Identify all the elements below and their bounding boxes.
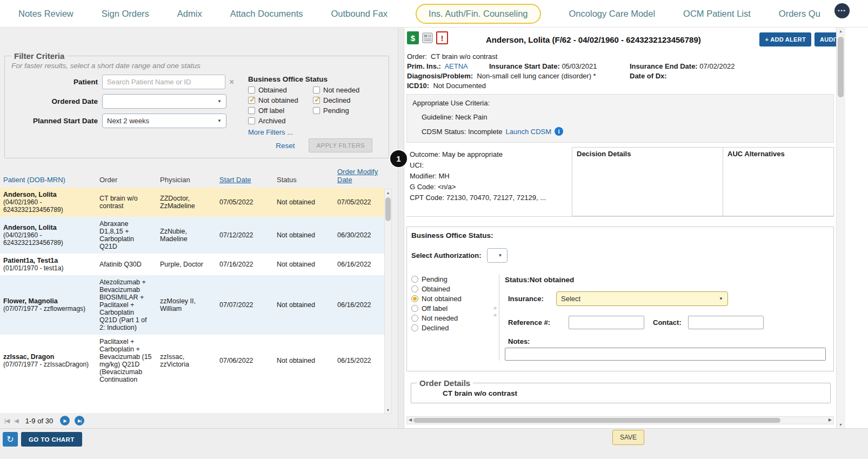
scrollbar-thumb[interactable] [838, 37, 844, 97]
reset-link[interactable]: Reset [276, 142, 295, 150]
column-header-order-modify-date[interactable]: Order Modify Date [334, 163, 384, 188]
cell-modify-date: 06/30/2022 [334, 217, 384, 254]
order-row[interactable]: Patient1a, Test1a(01/01/1970 - test1a) A… [0, 254, 384, 275]
overflow-menu-button[interactable]: ••• [834, 3, 850, 18]
add-alert-button[interactable]: + ADD ALERT [759, 32, 811, 46]
radio-icon [411, 315, 418, 322]
orders-table: Patient (DOB-MRN) Order Physician Start … [0, 163, 392, 414]
checkbox-icon [313, 87, 320, 94]
horizontal-scrollbar[interactable]: ◀ ▶ [406, 416, 834, 424]
last-page-button[interactable]: ▶| [75, 416, 84, 425]
contact-input[interactable] [688, 316, 764, 329]
page-scrollbar[interactable]: ▲ ▼ [836, 28, 845, 428]
icd10-line: ICD10: Not Documented [404, 82, 836, 91]
tab-notes-review[interactable]: Notes Review [18, 9, 74, 19]
select-authorization-dropdown[interactable]: ▼ [487, 248, 508, 263]
clear-search-icon[interactable]: × [229, 78, 234, 87]
scrollbar-thumb[interactable] [385, 197, 391, 221]
auc-title: Appropriate Use Criteria: [412, 99, 828, 107]
tab-outbound-fax[interactable]: Outbound Fax [331, 9, 388, 19]
status-checkbox-declined[interactable]: Declined [313, 96, 359, 105]
table-scrollbar[interactable]: ▲ ▼ [384, 189, 392, 414]
cell-start-date: 07/12/2022 [216, 217, 273, 254]
scroll-down-icon[interactable]: ▼ [385, 408, 391, 412]
scroll-left-icon[interactable]: ◀ [409, 417, 412, 422]
order-row[interactable]: Flower, Magnolia(07/07/1977 - zzflowerma… [0, 275, 384, 335]
save-button[interactable]: SAVE [612, 430, 644, 445]
more-filters-link[interactable]: More Filters ... [248, 128, 383, 136]
cell-modify-date: 07/05/2022 [334, 188, 384, 217]
status-checkbox-archived[interactable]: Archived [248, 116, 313, 125]
planned-start-date-select[interactable]: Next 2 weeks ▼ [102, 114, 226, 128]
tab-ocm-patient-list[interactable]: OCM Patient List [683, 9, 751, 19]
auc-alternatives-panel: AUC Alternatives [723, 147, 834, 216]
column-header-order: Order [96, 163, 157, 188]
bos-radio-declined[interactable]: Declined [411, 323, 491, 332]
bos-radio-not-needed[interactable]: Not needed [411, 314, 491, 323]
tab-oncology-care-model[interactable]: Oncology Care Model [569, 9, 656, 19]
order-details-title: Order Details [417, 378, 473, 388]
alert-icon[interactable]: ! [436, 31, 448, 44]
bos-radio-obtained[interactable]: Obtained [411, 284, 491, 294]
planned-start-date-value: Next 2 weeks [107, 117, 149, 125]
ordered-date-select[interactable]: ▼ [102, 94, 226, 109]
cell-status: Not obtained [273, 188, 334, 217]
checkbox-label: Off label [258, 107, 284, 115]
splitter-icon: » [493, 312, 497, 318]
apply-filters-button[interactable]: APPLY FILTERS [309, 138, 372, 152]
status-checkbox-off-label[interactable]: Off label [248, 106, 313, 115]
prev-page-button[interactable]: ◀ [14, 417, 18, 424]
cell-patient: Anderson, Lolita(04/02/1960 - 6243232123… [0, 217, 96, 254]
bos-radio-not-obtained[interactable]: Not obtained [411, 294, 491, 303]
notes-input[interactable] [505, 348, 826, 361]
status-checkbox-not-obtained[interactable]: Not obtained [248, 96, 313, 105]
bos-radio-pending[interactable]: Pending [411, 275, 491, 284]
tab-ins-auth-fin-counseling[interactable]: Ins. Auth/Fin. Counseling [416, 4, 540, 24]
column-header-patient[interactable]: Patient (DOB-MRN) [0, 163, 96, 188]
table-body: Anderson, Lolita(04/02/1960 - 6243232123… [0, 188, 384, 413]
scroll-down-icon[interactable]: ▼ [837, 423, 845, 427]
patient-search-input[interactable] [102, 75, 225, 89]
splitter-handle[interactable]: »» [491, 275, 499, 361]
order-row[interactable]: Anderson, Lolita(04/02/1960 - 6243232123… [0, 217, 384, 254]
cell-patient: Anderson, Lolita(04/02/1960 - 6243232123… [0, 188, 96, 217]
outcome-line: UCI: [410, 160, 569, 171]
column-header-start-date[interactable]: Start Date [216, 163, 273, 188]
order-details-section: Order Details CT brain w/o contrast [411, 378, 831, 403]
insurance-card-icon[interactable] [422, 31, 433, 44]
contact-label: Contact: [653, 318, 682, 327]
first-page-button[interactable]: |◀ [4, 417, 9, 424]
go-to-chart-button[interactable]: GO TO CHART [21, 432, 82, 447]
status-checkbox-obtained[interactable]: Obtained [248, 85, 313, 95]
panel-divider [398, 28, 404, 428]
tab-admix[interactable]: Admix [177, 9, 202, 19]
audit-button[interactable]: AUDIT [814, 32, 836, 46]
refresh-button[interactable]: ↻ [3, 432, 18, 447]
order-row[interactable]: zzIssac, Dragon(07/07/1977 - zzIssacDrag… [0, 335, 384, 387]
prim-ins-link[interactable]: AETNA [444, 62, 468, 70]
order-row-selected[interactable]: Anderson, Lolita(04/02/1960 - 6243232123… [0, 188, 384, 217]
insurance-dropdown[interactable]: Select ▼ [556, 291, 728, 306]
next-page-button[interactable]: ▶ [60, 416, 70, 425]
tab-attach-documents[interactable]: Attach Documents [230, 9, 303, 19]
billing-icon[interactable]: $ [407, 31, 419, 44]
cell-order: Afatinib Q30D [96, 254, 157, 275]
cell-status: Not obtained [273, 335, 334, 387]
cell-order: Paclitaxel + Carboplatin + Bevacizumab (… [96, 335, 157, 387]
cdsm-status: CDSM Status: Incomplete [422, 128, 503, 136]
bos-radio-off-label[interactable]: Off label [411, 304, 491, 313]
status-checkbox-pending[interactable]: Pending [313, 106, 359, 115]
scroll-right-icon[interactable]: ▶ [829, 417, 832, 422]
tab-sign-orders[interactable]: Sign Orders [102, 9, 149, 19]
reference-input[interactable] [569, 316, 644, 329]
scroll-up-icon[interactable]: ▲ [385, 191, 391, 195]
launch-cdsm-link[interactable]: Launch CDSM [506, 128, 552, 136]
tab-orders-queue[interactable]: Orders Qu [779, 9, 820, 19]
info-icon[interactable]: i [555, 127, 563, 136]
scroll-up-icon[interactable]: ▲ [837, 29, 845, 33]
status-checkbox-not-needed[interactable]: Not needed [313, 85, 359, 95]
patient-label: Patient [10, 78, 102, 86]
order-line: Order: CT brain w/o contrast [404, 52, 836, 62]
scrollbar-thumb[interactable] [413, 418, 780, 423]
top-nav: Notes Review Sign Orders Admix Attach Do… [0, 0, 868, 28]
